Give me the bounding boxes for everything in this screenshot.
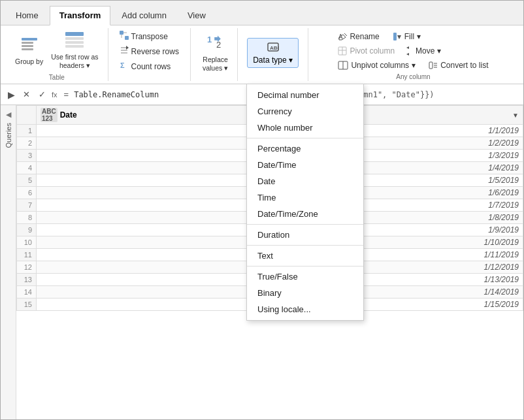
any-col-row3: Unpivot columns ▾ Convert to list [335,59,491,71]
reverse-rows-label: Reverse rows [131,47,179,56]
transform-small-buttons: Transpose Reverse rows Σ [114,28,185,74]
convert-to-list-button[interactable]: Convert to list [425,59,491,71]
ribbon-group-replace: 1 2 Replacevalues ▾ [191,28,238,81]
dropdown-item-time[interactable]: Time [247,189,363,206]
dropdown-item-whole[interactable]: Whole number [247,120,363,136]
row-number: 6 [17,187,37,199]
group-by-icon [20,35,39,56]
row-num-header [17,106,37,125]
replace-values-button[interactable]: 1 2 Replacevalues ▾ [199,31,232,74]
pivot-column-button[interactable]: Pivot column [335,45,398,57]
datatype-items: ABC Data type ▾ [243,28,303,78]
dropdown-separator [247,266,363,267]
any-col-row-top: A Rename Fill ▾ [335,31,424,42]
use-first-row-label: Use first row asheaders ▾ [51,53,98,69]
dropdown-item-datetimezone[interactable]: Date/Time/Zone [247,206,363,222]
svg-marker-15 [126,46,129,50]
formula-expand-button[interactable]: ▶ [3,87,19,103]
svg-rect-6 [65,41,84,44]
count-rows-icon: Σ [120,61,129,72]
sidebar[interactable]: ◀ Queries [1,105,16,420]
use-first-row-button[interactable]: Use first row asheaders ▾ [47,28,102,72]
ribbon-group-table: Group by Use first row asheaders ▾ Table [6,28,108,81]
row-number: 10 [17,236,37,249]
replace-values-icon: 1 2 [206,33,225,56]
any-col-group-label: Any column [396,71,430,82]
row-number: 13 [17,274,37,286]
dropdown-item-using-locale[interactable]: Using locale... [247,301,363,317]
group-by-button[interactable]: Group by [11,33,47,68]
move-icon [404,46,413,56]
tab-view[interactable]: View [178,6,216,25]
convert-icon [429,61,438,70]
dropdown-item-decimal[interactable]: Decimal number [247,87,363,103]
svg-rect-23 [393,33,397,40]
move-label: Move [416,46,434,56]
row-number: 2 [17,137,37,150]
dropdown-item-datetime[interactable]: Date/Time [247,157,363,173]
unpivot-label: Unpivot columns [351,61,409,70]
col-type-icon: ABC123 [41,108,57,122]
svg-marker-29 [406,53,409,56]
ribbon-group-datatype: ABC Data type ▾ [238,28,308,81]
dropdown-separator [247,245,363,246]
ribbon-group-transforms: Transpose Reverse rows Σ [108,28,191,81]
ribbon-group-any-column: A Rename Fill ▾ [308,28,518,81]
svg-rect-0 [22,38,37,40]
pivot-label: Pivot column [350,46,395,56]
table-group-label: Table [49,72,65,82]
formula-confirm-button[interactable]: ✓ [35,88,49,102]
dropdown-item-duration[interactable]: Duration [247,227,363,243]
tab-home[interactable]: Home [6,6,48,25]
svg-rect-3 [22,48,33,50]
reverse-rows-button[interactable]: Reverse rows [116,44,182,58]
svg-rect-1 [22,42,33,44]
group-by-label: Group by [15,57,43,65]
col-dropdown-icon[interactable]: ▼ [512,112,519,119]
svg-rect-32 [429,62,433,69]
fill-label: Fill [404,32,414,41]
row-number: 9 [17,224,37,236]
svg-marker-24 [397,35,401,39]
count-rows-button[interactable]: Σ Count rows [116,59,182,73]
svg-text:Σ: Σ [120,61,125,69]
tab-bar: Home Transform Add column View [1,1,523,25]
dropdown-item-binary[interactable]: Binary [247,285,363,301]
rename-label: Rename [350,32,379,41]
row-number: 7 [17,199,37,212]
convert-label: Convert to list [440,61,488,70]
ribbon: Group by Use first row asheaders ▾ Table [1,25,523,84]
formula-cancel-button[interactable]: ✕ [19,88,33,102]
unpivot-columns-button[interactable]: Unpivot columns ▾ [335,59,419,71]
formula-actions: ✕ ✓ [19,88,49,102]
tab-add-column[interactable]: Add column [112,6,176,25]
svg-rect-2 [22,45,33,47]
row-number: 12 [17,261,37,274]
dropdown-item-text[interactable]: Text [247,248,363,264]
dropdown-item-percentage[interactable]: Percentage [247,140,363,157]
tab-transform[interactable]: Transform [50,6,111,25]
use-first-row-icon [65,31,84,52]
move-button[interactable]: Move ▾ [401,45,444,57]
dropdown-item-date[interactable]: Date [247,173,363,189]
dropdown-item-truefalse[interactable]: True/False [247,268,363,285]
transpose-button[interactable]: Transpose [116,29,182,43]
dropdown-item-currency[interactable]: Currency [247,103,363,120]
svg-rect-4 [65,32,84,36]
move-dropdown-icon: ▾ [437,46,441,56]
rename-icon: A [338,32,347,41]
row-number: 11 [17,249,37,261]
svg-line-22 [344,33,347,36]
any-col-row2: Pivot column Move ▾ [335,45,444,57]
dropdown-separator [247,138,363,138]
row-number: 3 [17,150,37,162]
data-type-button[interactable]: ABC Data type ▾ [247,38,299,68]
unpivot-icon [338,61,348,70]
unpivot-dropdown-icon: ▾ [412,61,416,70]
data-type-icon: ABC [267,41,279,53]
any-col-items: A Rename Fill ▾ [335,28,491,71]
replace-values-label: Replacevalues ▾ [203,56,228,72]
fill-button[interactable]: Fill ▾ [389,31,424,42]
dropdown-separator [247,224,363,225]
rename-button[interactable]: A Rename [335,31,382,42]
